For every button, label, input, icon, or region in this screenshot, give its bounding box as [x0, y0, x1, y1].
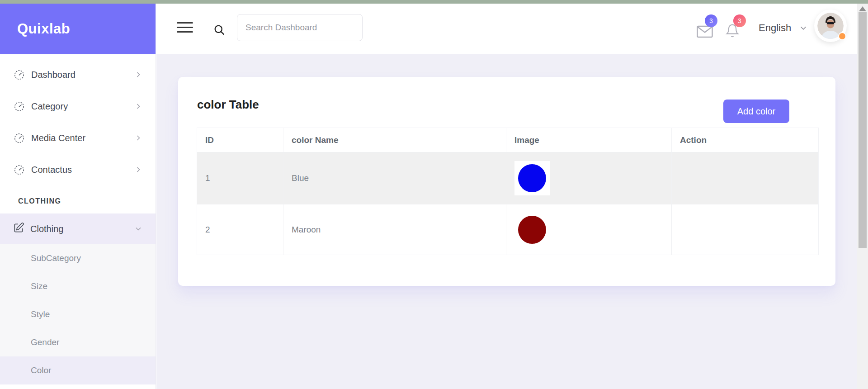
sidebar-section-clothing: CLOTHING	[18, 197, 156, 205]
main-content: color Table Add color ID color Name Imag…	[156, 54, 857, 389]
sidebar-item-label: Category	[31, 101, 68, 112]
scrollbar-thumb[interactable]	[859, 12, 867, 248]
scroll-up-button[interactable]	[859, 6, 866, 11]
color-image	[514, 161, 550, 195]
cell-id: 2	[197, 204, 283, 255]
table-row: 2 Maroon	[197, 204, 818, 255]
sidebar-item-contactus[interactable]: Contactus	[0, 154, 156, 185]
color-table: ID color Name Image Action 1 Blue 2 Maro…	[197, 128, 819, 255]
sidebar: Quixlab Dashboard Category Media Ce	[0, 4, 156, 389]
add-color-button[interactable]: Add color	[723, 100, 789, 123]
color-image	[514, 213, 550, 247]
gauge-icon	[13, 68, 25, 81]
language-selector[interactable]: English	[759, 22, 808, 34]
menu-toggle-button[interactable]	[177, 22, 193, 34]
sidebar-subitem-gender[interactable]: Gender	[0, 328, 156, 356]
chevron-right-icon	[134, 165, 143, 174]
chevron-right-icon	[134, 70, 143, 79]
sidebar-item-label: Dashboard	[31, 70, 75, 80]
brand-logo[interactable]: Quixlab	[0, 4, 156, 54]
top-header: 3 3 English	[156, 4, 857, 54]
sidebar-item-label: Media Center	[31, 133, 85, 143]
mail-icon	[697, 25, 713, 38]
cell-color-name: Blue	[283, 152, 506, 204]
search-input[interactable]	[237, 14, 363, 41]
language-label: English	[759, 22, 791, 34]
column-header-action: Action	[671, 128, 818, 152]
clothing-submenu: SubCategory Size Style Gender Color	[0, 244, 156, 384]
edit-icon	[13, 222, 24, 236]
color-swatch	[518, 164, 546, 192]
column-header-image: Image	[506, 128, 671, 152]
notifications-button[interactable]: 3	[725, 15, 748, 39]
sidebar-item-label: Contactus	[31, 165, 72, 175]
hamburger-icon	[177, 22, 193, 24]
notifications-badge: 3	[733, 14, 746, 27]
messages-button[interactable]: 3	[697, 15, 719, 39]
column-header-color-name: color Name	[283, 128, 506, 152]
sidebar-item-clothing[interactable]: Clothing	[0, 213, 156, 244]
cell-image	[506, 204, 671, 255]
browser-scrollbar[interactable]	[857, 4, 868, 389]
gauge-icon	[13, 163, 25, 176]
gauge-icon	[13, 132, 25, 144]
cell-action	[671, 152, 818, 204]
chevron-right-icon	[134, 133, 143, 142]
table-header-row: ID color Name Image Action	[197, 128, 818, 152]
cell-color-name: Maroon	[283, 204, 506, 255]
color-table-card: color Table Add color ID color Name Imag…	[178, 77, 835, 286]
sidebar-item-label: Clothing	[30, 224, 63, 234]
messages-badge: 3	[705, 14, 717, 27]
sidebar-subitem-color[interactable]: Color	[0, 356, 156, 384]
sidebar-nav: Dashboard Category Media Center	[0, 54, 156, 185]
online-status-dot	[838, 32, 846, 40]
search-icon[interactable]	[213, 24, 226, 38]
sidebar-subitem-style[interactable]: Style	[0, 300, 156, 328]
brand-name: Quixlab	[17, 21, 70, 37]
column-header-id: ID	[197, 128, 283, 152]
sidebar-item-media-center[interactable]: Media Center	[0, 122, 156, 154]
gauge-icon	[13, 100, 25, 113]
sidebar-subitem-subcategory[interactable]: SubCategory	[0, 244, 156, 272]
sidebar-item-dashboard[interactable]: Dashboard	[0, 59, 156, 90]
chevron-right-icon	[134, 102, 143, 111]
chevron-down-icon	[134, 224, 143, 233]
color-swatch	[518, 216, 546, 244]
chevron-down-icon	[798, 23, 808, 33]
cell-image	[506, 152, 671, 204]
table-row: 1 Blue	[197, 152, 818, 204]
cell-id: 1	[197, 152, 283, 204]
cell-action	[671, 204, 818, 255]
window-top-edge	[0, 0, 868, 4]
page-title: color Table	[197, 98, 259, 112]
sidebar-subitem-size[interactable]: Size	[0, 272, 156, 300]
user-avatar[interactable]	[814, 9, 847, 42]
sidebar-item-category[interactable]: Category	[0, 90, 156, 122]
